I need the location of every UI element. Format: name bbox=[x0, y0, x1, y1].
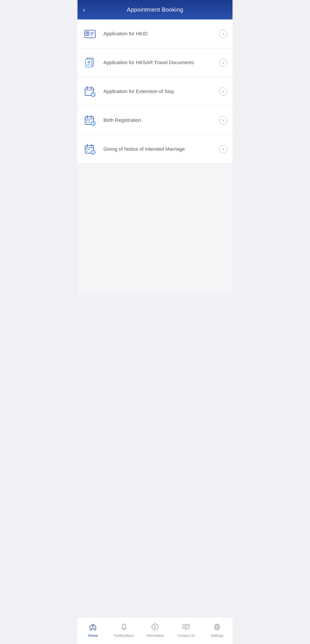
svg-rect-39 bbox=[86, 149, 87, 150]
svg-rect-7 bbox=[85, 59, 92, 67]
extension-label: Application for Extension of Stay bbox=[103, 88, 216, 95]
back-button[interactable]: ‹ bbox=[83, 7, 85, 13]
menu-item-travel-docs[interactable]: Application for HKSAR Travel Documents bbox=[77, 48, 233, 77]
birth-chevron bbox=[219, 116, 227, 124]
marriage-chevron bbox=[219, 145, 227, 153]
id-card-icon bbox=[83, 26, 97, 41]
svg-point-2 bbox=[87, 32, 88, 34]
svg-rect-30 bbox=[89, 122, 90, 123]
svg-rect-28 bbox=[89, 120, 90, 121]
menu-item-marriage[interactable]: Giving of Notice of Intended Marriage bbox=[77, 135, 233, 164]
birth-label: Birth Registration bbox=[103, 117, 216, 124]
extension-calendar-icon bbox=[83, 84, 97, 98]
menu-item-hkid[interactable]: Application for HKID bbox=[77, 20, 233, 48]
app-header: ‹ Appointment Booking bbox=[77, 0, 233, 20]
travel-docs-label: Application for HKSAR Travel Documents bbox=[103, 59, 216, 66]
svg-rect-41 bbox=[86, 151, 87, 152]
extension-chevron bbox=[219, 88, 227, 96]
svg-rect-27 bbox=[86, 120, 87, 121]
main-content: Application for HKID Application for HKS… bbox=[77, 20, 233, 295]
travel-docs-chevron bbox=[219, 58, 227, 67]
hkid-chevron bbox=[219, 30, 227, 38]
svg-rect-40 bbox=[89, 149, 90, 150]
page-title: Appointment Booking bbox=[127, 6, 183, 13]
marriage-label: Giving of Notice of Intended Marriage bbox=[103, 146, 216, 153]
hkid-label: Application for HKID bbox=[103, 30, 216, 37]
menu-item-birth[interactable]: Birth Registration bbox=[77, 106, 233, 135]
menu-item-extension[interactable]: Application for Extension of Stay bbox=[77, 77, 233, 106]
svg-rect-29 bbox=[86, 122, 87, 123]
birth-calendar-icon bbox=[83, 113, 97, 128]
travel-doc-icon bbox=[83, 56, 97, 70]
marriage-calendar-icon bbox=[83, 142, 97, 156]
